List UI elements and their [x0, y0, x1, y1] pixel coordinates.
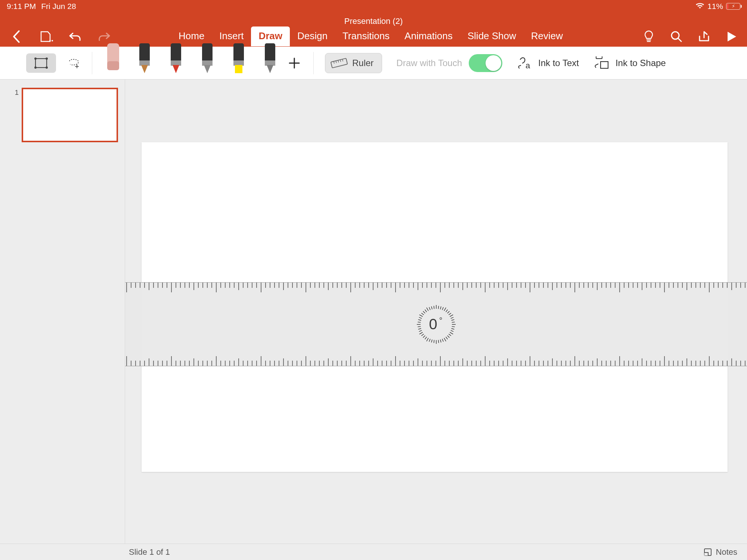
svg-point-5	[34, 57, 37, 60]
svg-line-312	[450, 332, 453, 334]
status-time: 9:11 PM	[7, 2, 36, 11]
svg-line-350	[447, 311, 449, 313]
svg-point-0	[49, 40, 51, 41]
svg-line-313	[449, 334, 451, 336]
svg-line-336	[419, 315, 422, 317]
lightbulb-icon[interactable]	[642, 29, 656, 44]
search-icon[interactable]	[669, 29, 684, 44]
lasso-select-button[interactable]	[67, 56, 81, 70]
svg-line-335	[419, 317, 421, 318]
file-menu-button[interactable]	[39, 29, 53, 44]
slide-thumbnail-panel[interactable]: 1	[0, 80, 125, 544]
redo-button[interactable]	[97, 29, 111, 44]
battery-percent: 11%	[707, 2, 723, 11]
svg-line-322	[431, 339, 432, 342]
svg-line-337	[421, 313, 424, 315]
slide-thumbnail-1[interactable]	[22, 88, 118, 142]
tab-slide-show[interactable]: Slide Show	[460, 27, 524, 46]
status-footer: Slide 1 of 1 Notes	[0, 544, 747, 560]
svg-line-325	[425, 337, 427, 339]
svg-line-331	[418, 326, 421, 327]
draw-with-touch-label: Draw with Touch	[396, 58, 462, 68]
svg-line-321	[434, 340, 434, 343]
svg-line-340	[427, 307, 428, 311]
svg-line-348	[444, 307, 446, 311]
divider	[313, 52, 314, 74]
svg-line-327	[421, 334, 424, 336]
document-title[interactable]: Presentation (2)	[344, 16, 403, 26]
eraser-tool[interactable]	[103, 43, 123, 76]
ruler-button[interactable]: Ruler	[325, 53, 382, 73]
svg-line-326	[423, 335, 425, 337]
ruler-label: Ruler	[352, 58, 374, 68]
svg-line-353	[450, 317, 453, 318]
ruler-icon	[331, 58, 348, 68]
svg-line-330	[418, 328, 421, 329]
svg-rect-16	[202, 60, 213, 66]
svg-line-343	[434, 306, 434, 309]
ruler-ticks-top	[125, 283, 747, 294]
svg-line-310	[451, 328, 454, 329]
tab-transitions[interactable]: Transitions	[335, 27, 397, 46]
svg-point-8	[46, 66, 48, 69]
play-slideshow-icon[interactable]	[725, 29, 739, 44]
thumbnail-number: 1	[15, 88, 19, 97]
battery-icon: ⚡︎	[726, 3, 740, 10]
ink-to-shape-button[interactable]: Ink to Shape	[594, 56, 666, 71]
status-date: Fri Jun 28	[41, 2, 76, 11]
svg-line-334	[418, 320, 421, 320]
notes-icon	[703, 548, 712, 557]
notes-label: Notes	[716, 547, 737, 557]
svg-rect-357	[704, 553, 708, 556]
tab-design[interactable]: Design	[290, 27, 335, 46]
select-objects-button[interactable]	[26, 53, 56, 73]
share-icon[interactable]	[697, 29, 711, 44]
tab-animations[interactable]: Animations	[397, 27, 460, 46]
angle-dial-ticks	[414, 302, 459, 347]
slide-counter: Slide 1 of 1	[129, 547, 170, 557]
draw-with-touch-toggle[interactable]	[469, 54, 502, 72]
svg-line-345	[438, 306, 438, 309]
svg-line-349	[446, 309, 447, 312]
svg-point-6	[46, 57, 48, 60]
svg-line-317	[442, 339, 443, 341]
svg-line-339	[425, 309, 427, 312]
svg-line-351	[449, 313, 451, 315]
svg-line-355	[452, 322, 455, 322]
back-button[interactable]	[10, 29, 24, 44]
svg-point-1	[52, 40, 53, 41]
pencil-gray[interactable]	[198, 43, 217, 76]
add-pen-button[interactable]	[286, 55, 302, 71]
ruler-angle-dial[interactable]: 0°	[414, 302, 459, 347]
svg-line-316	[444, 338, 446, 341]
svg-line-23	[334, 61, 334, 63]
highlighter-yellow[interactable]	[229, 43, 248, 76]
ink-to-shape-icon	[594, 56, 610, 71]
pen-gallery	[103, 43, 280, 76]
svg-line-352	[450, 315, 453, 317]
notes-button[interactable]: Notes	[703, 547, 737, 557]
svg-line-309	[452, 326, 455, 327]
ink-to-text-button[interactable]: a Ink to Text	[517, 56, 579, 71]
svg-line-314	[447, 335, 449, 337]
pen-gray[interactable]	[260, 43, 280, 76]
svg-rect-19	[235, 65, 242, 73]
svg-line-347	[442, 307, 443, 309]
svg-line-318	[440, 339, 441, 342]
svg-line-328	[419, 332, 422, 334]
svg-line-27	[342, 59, 343, 61]
tab-review[interactable]: Review	[524, 27, 570, 46]
pen-darkorange[interactable]	[135, 43, 154, 76]
svg-rect-21	[265, 60, 275, 66]
svg-rect-12	[139, 60, 150, 66]
undo-button[interactable]	[68, 29, 82, 44]
svg-line-315	[446, 337, 447, 339]
pen-red[interactable]	[166, 43, 186, 76]
svg-line-26	[340, 60, 341, 62]
slide-canvas-area[interactable]: 0°	[125, 80, 747, 544]
svg-point-7	[34, 66, 37, 69]
ruler-overlay[interactable]: 0°	[125, 282, 747, 366]
ink-to-text-label: Ink to Text	[538, 58, 579, 68]
svg-line-24	[336, 60, 336, 63]
svg-line-346	[440, 306, 441, 309]
